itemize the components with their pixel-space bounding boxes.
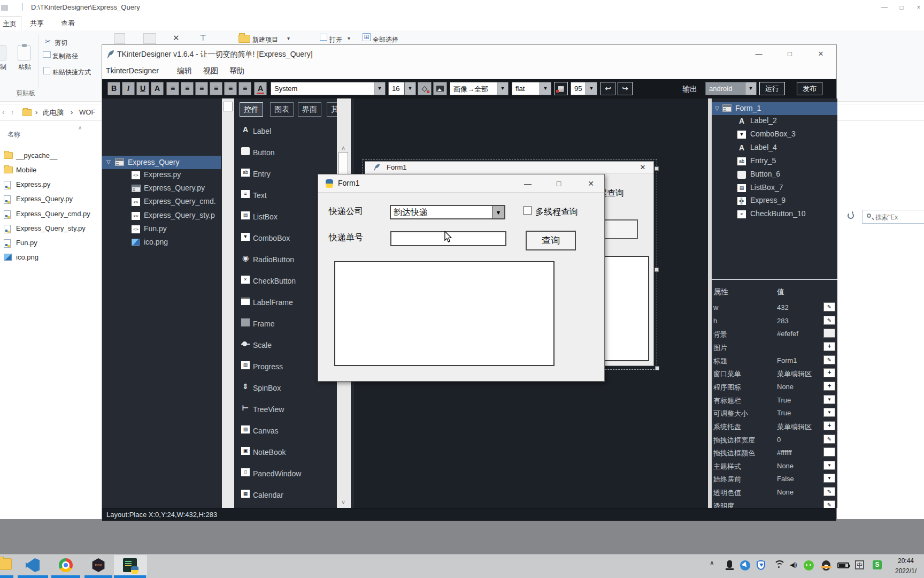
image-scope-select[interactable]: 画像→全部▼ [450,82,509,95]
breadcrumb-wof[interactable]: WOF [79,108,95,116]
align-button-6[interactable]: ≡ [238,82,251,95]
panel-divider[interactable] [708,98,712,508]
new-folder-icon[interactable] [238,35,250,43]
new-item-dropdown-icon[interactable]: ▾ [287,35,290,41]
back-icon[interactable]: ‹ [2,108,4,116]
designed-form-close-button[interactable]: ✕ [635,162,651,173]
component-item-label[interactable]: Entry_5 [750,156,776,165]
property-value[interactable]: None [777,488,794,496]
property-value[interactable]: Form1 [777,356,797,364]
property-value[interactable]: True [777,396,791,404]
project-file-name[interactable]: Express_Query.py [144,184,205,192]
delete-icon[interactable]: ✕ [173,33,180,43]
add-button[interactable]: + [823,382,835,391]
edit-button[interactable]: ✎ [823,355,835,364]
multithread-checkbox[interactable] [523,206,532,215]
font-style-button[interactable]: A [254,82,267,95]
select-all-label[interactable]: 全部选择 [373,35,398,44]
selection-handle-top[interactable] [654,166,659,171]
query-button[interactable]: 查询 [526,231,576,250]
tray-ime-icon[interactable]: 中 [855,560,864,569]
column-header-name[interactable]: 名称 [7,130,20,139]
tree-row project-file[interactable]: Express_Query.py [102,182,221,195]
move-to-icon[interactable] [114,33,125,44]
tree-row project-file[interactable]: <>Fun.py [102,223,221,236]
tree-row project-file[interactable]: <>Express_Query_cmd. [102,195,221,209]
breadcrumb-computer[interactable]: 此电脑 [43,108,64,118]
component-item-label_4[interactable]: ALabel_4 [712,142,837,155]
property-value[interactable]: None [777,383,794,391]
component-root-row[interactable]: ▽ Form_1 [712,102,837,115]
ribbon-tab-view[interactable]: 查看 [55,16,81,31]
ribbon-tab-share[interactable]: 共享 [24,16,50,31]
output-target-select[interactable]: android▼ [705,82,757,95]
paste-shortcut-label[interactable]: 粘贴快捷方式 [52,68,91,77]
undo-button[interactable]: ↩ [600,82,615,95]
results-listbox[interactable] [334,261,555,366]
preview-form-window[interactable]: Form1 — □ ✕ 快递公司 韵达快递 ▼ 多线程查询 快递单号 查询 [318,174,605,382]
open-dropdown-icon[interactable]: ▾ [348,35,350,41]
publish-button[interactable]: 发布 [797,82,822,95]
align-button-1[interactable]: ≡ [166,82,179,95]
redo-button[interactable]: ↪ [618,82,633,95]
align-button-3[interactable]: ≡ [195,82,208,95]
taskbar-app-folder[interactable] [0,558,12,570]
file-row[interactable]: __pycache__ [0,149,102,163]
project-file-name[interactable]: Express_Query_sty.p [144,211,215,219]
tree-row project-file[interactable]: ico.png [102,236,221,249]
tree-row project-file[interactable]: <>Express_Query_sty.p [102,209,221,223]
company-combobox[interactable]: 韵达快递 ▼ [390,205,505,219]
component-item-button_6[interactable]: Button_6 [712,169,837,182]
menu-edit[interactable]: 编辑 [177,66,192,76]
file-row[interactable]: ico.png [0,250,102,264]
component-item-label_2[interactable]: ALabel_2 [712,115,837,128]
component-item-label[interactable]: ComboBox_3 [750,130,796,138]
palette-tab-2[interactable]: 图表 [270,102,294,117]
font-family-select[interactable]: System▼ [271,82,386,95]
file-row[interactable]: Express.py [0,178,102,192]
tray-qq-icon[interactable] [822,560,830,571]
property-value[interactable]: #ffffff [777,448,792,457]
project-file-name[interactable]: Express.py [144,170,181,179]
relief-select[interactable]: flat▼ [512,82,551,95]
menu-help[interactable]: 帮助 [229,66,244,76]
chevron-down-icon[interactable]: ▼ [404,82,415,95]
dropdown-button[interactable]: ▼ [823,474,835,483]
dropdown-button[interactable]: ▼ [823,395,835,404]
run-button[interactable]: 运行 [759,82,785,95]
property-value[interactable]: 菜单编辑区 [777,369,812,379]
sort-ascending-icon[interactable]: ∧ [78,125,82,131]
search-input-text[interactable]: 搜索"Ex [875,213,898,222]
property-value[interactable]: 432 [777,303,789,311]
file-row[interactable]: Express_Query_cmd.py [0,207,102,221]
component-item-express_9[interactable]: ╬Express_9 [712,195,837,208]
color-swatch-button[interactable] [823,447,835,457]
property-value[interactable]: #efefef [777,330,798,338]
component-item-label[interactable]: Label_4 [750,143,777,151]
edit-button[interactable]: ✎ [823,316,835,325]
copy-icon[interactable] [0,45,6,60]
designer-maximize-button[interactable]: □ [782,48,798,60]
alpha-select[interactable]: 95▼ [571,82,597,95]
align-button-2[interactable]: ≡ [181,82,194,95]
component-item-label[interactable]: Express_9 [750,196,786,204]
add-button[interactable]: + [823,342,835,351]
chevron-down-icon[interactable]: ▼ [745,82,756,95]
chevron-down-icon[interactable]: ▼ [586,82,597,95]
font-size-select[interactable]: 16▼ [388,82,416,95]
edit-button[interactable]: ✎ [823,487,835,496]
taskbar-app-nox[interactable]: nox [91,558,105,572]
property-value[interactable]: False [777,475,794,483]
property-value[interactable]: True [777,409,791,417]
copy-path-label[interactable]: 复制路径 [52,52,78,61]
tray-pointer-icon[interactable] [740,560,750,571]
project-root-label[interactable]: Express_Query [128,158,179,166]
preview-form-titlebar[interactable]: Form1 — □ ✕ [318,174,604,193]
scrollbar-thumb[interactable] [223,102,233,111]
font-color-button[interactable]: A [151,82,164,95]
add-button[interactable]: + [823,368,835,377]
selection-handle-middle[interactable] [654,268,659,272]
designer-close-button[interactable]: ✕ [813,48,829,60]
chevron-down-icon[interactable]: ▼ [540,82,551,95]
property-value[interactable]: None [777,462,794,470]
